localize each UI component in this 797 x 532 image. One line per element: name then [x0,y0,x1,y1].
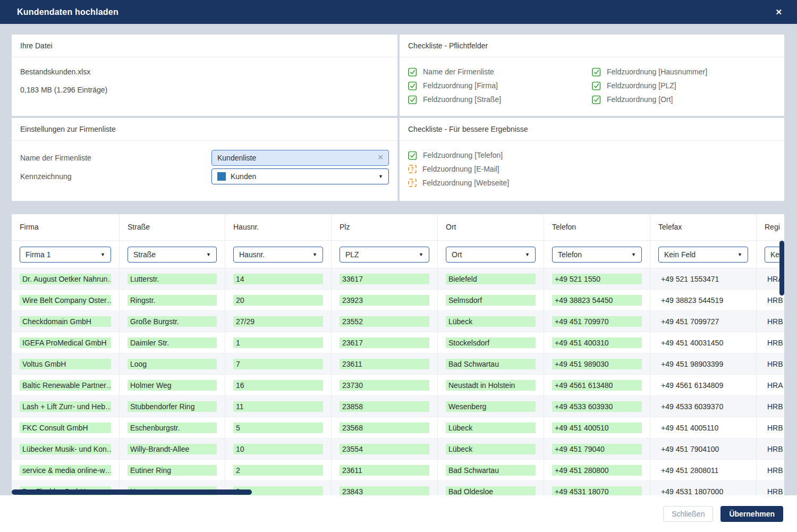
table-cell: HRB [757,311,784,332]
mapped-value: +49 451 989030 [552,359,642,369]
checklist-item-label: Feldzuordnung [Telefon] [423,151,503,159]
column-mapping-select[interactable]: Firma 1▼ [20,247,111,263]
mapped-value: Stockelsdorf [446,337,536,348]
table-cell: +49 451 709970 [544,311,650,332]
mapped-value: Lübeck [446,444,536,454]
checklist-item: Feldzuordnung [PLZ] [592,79,776,92]
unmapped-value: HRB [757,402,783,411]
table-row: Lübecker Musik- und Kon…Willy-Brandt-All… [12,438,784,460]
mapped-value: 23568 [340,423,429,433]
mapping-select-value: Telefon [558,250,582,259]
mapping-cell: Telefon▼ [544,241,650,268]
table-cell: HRB [757,417,784,438]
vertical-scrollbar[interactable] [779,241,784,295]
unmapped-question-icon: ? [408,165,417,173]
unmapped-value: +49 521 1553471 [650,275,719,283]
table-cell: +49 4533 6039370 [650,396,757,417]
table-cell: Loog [120,353,225,374]
mapped-value: Eutiner Ring [128,465,217,476]
table-row: Dr. August Oetker Nahrun…Lutterstr.14336… [12,268,784,290]
column-mapping-select[interactable]: Hausnr.▼ [233,247,323,263]
mapped-value: 20 [233,295,323,306]
table-cell: 23923 [332,290,438,310]
required-checklist-panel: Checkliste - Pflichtfelder Name der Firm… [400,35,784,116]
close-icon[interactable]: ✕ [775,8,782,16]
mapped-value: 27/29 [233,316,323,327]
checklist-item: Feldzuordnung [Telefon] [408,148,776,162]
table-cell: +49 4561 6134809 [650,375,757,395]
unmapped-value: HRB [757,296,783,305]
required-checklist: Name der FirmenlisteFeldzuordnung [Firma… [400,57,784,106]
checklist-item: Feldzuordnung [Ort] [592,92,776,106]
clear-input-icon[interactable]: ✕ [377,153,384,162]
unmapped-question-icon: ? [408,179,417,187]
table-cell: 20 [225,290,332,310]
better-checklist: Feldzuordnung [Telefon]?Feldzuordnung [E… [400,141,784,190]
column-header: Regi [757,214,784,240]
table-row: FKC Consult GmbHEschenburgstr.523568Lübe… [12,417,784,438]
table-cell: Eschenburgstr. [120,417,225,438]
apply-button[interactable]: Übernehmen [720,506,783,522]
table-cell: +49 451 40031450 [650,332,757,353]
table-cell: Bad Schwartau [438,353,544,374]
required-checklist-title: Checkliste - Pflichtfelder [400,35,784,57]
table-cell: IGEFA ProMedical GmbH [12,332,120,353]
unmapped-value: +49 451 7904100 [650,445,719,453]
mapped-value: 33617 [340,274,429,284]
list-name-input[interactable] [211,150,389,166]
mapped-value: Wesenberg [446,401,536,412]
unmapped-value: +49 451 40031450 [650,339,723,347]
mapped-value: Bielefeld [446,274,536,284]
checklist-item-label: Name der Firmenliste [423,67,494,76]
table-cell: Daimler Str. [120,332,225,353]
mapping-select-value: Firma 1 [26,250,50,259]
tag-label: Kennzeichnung [20,172,211,181]
table-cell: Bielefeld [438,268,544,289]
column-header: Straße [120,214,225,240]
column-mapping-select[interactable]: Ort▼ [446,247,536,263]
checked-icon [408,81,417,90]
list-name-label: Name der Firmenliste [20,154,211,162]
mapped-value: 23730 [340,380,429,391]
mapped-value: 23923 [340,295,429,306]
table-cell: +49 451 7904100 [650,438,757,459]
unmapped-value: +49 4561 6134809 [650,381,723,390]
close-button[interactable]: Schließen [663,506,713,522]
mapped-value: +49 4561 613480 [552,380,642,391]
table-cell: 23611 [332,353,438,374]
table-cell: HRB [757,481,784,495]
mapped-value: Lash + Lift Zurr- und Heb… [20,401,111,412]
table-cell: 7 [225,353,332,374]
modal-body: Ihre Datei Bestandskunden.xlsx 0,183 MB … [0,24,797,495]
tag-select[interactable]: Kunden ▼ [211,168,389,184]
table-cell: HRB [757,396,784,417]
horizontal-scrollbar[interactable] [12,489,252,495]
table-cell: 16 [225,375,332,395]
mapped-value: +49 4531 18070 [552,486,642,496]
checked-icon [408,67,417,77]
better-checklist-title: Checkliste - Für bessere Ergebnisse [400,118,784,141]
chevron-down-icon: ▼ [419,252,423,257]
mapped-value: Stubbendorfer Ring [128,401,217,412]
table-cell: +49 451 400510 [544,417,650,438]
mapped-value: +49 451 709970 [552,316,642,327]
table-cell: +49 4531 1807000 [650,481,757,495]
checklist-item: ?Feldzuordnung [Webseite] [408,176,776,190]
table-cell: Lübeck [438,417,544,438]
table-cell: HRA [757,375,784,395]
table-mapping-row: Firma 1▼Straße▼Hausnr.▼PLZ▼Ort▼Telefon▼K… [12,241,784,268]
column-mapping-select[interactable]: Telefon▼ [552,247,642,263]
file-panel-title: Ihre Datei [12,35,397,57]
column-mapping-select[interactable]: Straße▼ [128,247,217,263]
table-cell: +49 451 98903399 [650,353,757,374]
mapped-value: Eschenburgstr. [128,423,217,433]
column-mapping-select[interactable]: Kein Feld▼ [658,247,748,263]
mapping-cell: Ort▼ [438,241,544,268]
table-cell: 14 [225,268,332,289]
column-mapping-select[interactable]: PLZ▼ [340,247,429,263]
table-cell: 23730 [332,375,438,395]
mapped-value: +49 521 1550 [552,274,642,284]
table-cell: 5 [225,417,332,438]
table-cell: +49 451 400310 [544,332,650,353]
unmapped-value: +49 4533 6039370 [650,402,723,411]
